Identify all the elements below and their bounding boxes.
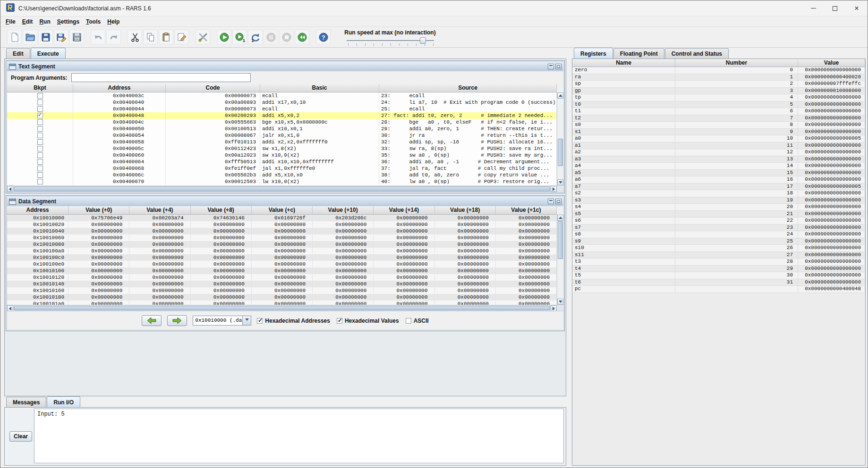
data-value-cell[interactable]: 0x00000000 (129, 274, 190, 281)
data-value-cell[interactable]: 0x00000000 (129, 294, 190, 301)
data-value-cell[interactable]: 0x00000000 (496, 234, 557, 241)
data-value-cell[interactable]: 0x00000000 (313, 294, 374, 301)
menu-settings[interactable]: Settings (54, 17, 83, 26)
reset-button[interactable] (295, 30, 309, 44)
help-button[interactable]: ? (316, 30, 331, 44)
data-value-cell[interactable]: 0x00000000 (129, 254, 190, 261)
breakpoint-checkbox[interactable] (37, 152, 43, 158)
data-value-cell[interactable]: 0x00000000 (129, 248, 190, 254)
tab-messages[interactable]: Messages (6, 397, 46, 408)
breakpoint-checkbox[interactable] (37, 159, 43, 165)
data-value-cell[interactable]: 0x00000000 (435, 267, 496, 274)
data-value-cell[interactable]: 0x00000000 (496, 221, 557, 228)
data-value-cell[interactable]: 0x00000000 (313, 287, 374, 294)
data-value-cell[interactable]: 0x00000000 (129, 287, 190, 294)
data-address-select[interactable]: 0x10010000 (.data) (193, 316, 251, 326)
data-value-cell[interactable]: 0x00000000 (496, 301, 557, 305)
data-value-cell[interactable]: 0x00000000 (435, 228, 496, 234)
data-segment-horizontal-scrollbar[interactable] (7, 305, 557, 311)
menu-tools[interactable]: Tools (83, 17, 104, 26)
data-value-cell[interactable]: 0x00000000 (129, 301, 190, 305)
data-value-cell[interactable]: 0x00000000 (313, 228, 374, 234)
breakpoint-checkbox[interactable] (37, 119, 43, 125)
data-value-cell[interactable]: 0x00000000 (252, 241, 313, 248)
data-value-cell[interactable]: 0x00000000 (435, 287, 496, 294)
copy-button[interactable] (143, 30, 158, 44)
register-value-cell[interactable]: 0x0000000000000005 (798, 184, 865, 190)
close-button[interactable]: × (846, 0, 868, 16)
register-value-cell[interactable]: 0x0000000000000000 (798, 176, 865, 183)
breakpoint-checkbox[interactable] (37, 166, 43, 171)
data-segment-vertical-scrollbar[interactable] (557, 215, 563, 305)
data-value-cell[interactable]: 0x00000000 (435, 254, 496, 261)
data-value-cell[interactable]: 0x00000000 (435, 215, 496, 221)
open-button[interactable] (23, 30, 37, 44)
data-value-cell[interactable]: 0x00000000 (68, 241, 129, 248)
data-value-cell[interactable]: 0x00000000 (129, 221, 190, 228)
minimize-button[interactable] (802, 0, 824, 16)
scrollbar-thumb[interactable] (558, 139, 563, 166)
data-value-cell[interactable]: 0x00000000 (313, 254, 374, 261)
data-value-cell[interactable]: 0x00000000 (68, 248, 129, 254)
data-value-cell[interactable]: 0x00000000 (435, 234, 496, 241)
assemble-button[interactable] (196, 30, 210, 44)
data-value-cell[interactable]: 0x00000000 (129, 267, 190, 274)
data-value-cell[interactable]: 0x00000000 (374, 301, 434, 305)
data-value-cell[interactable]: 0x00000000 (496, 261, 557, 267)
data-value-cell[interactable]: 0x00000000 (68, 287, 129, 294)
maximize-frame-icon[interactable] (555, 199, 562, 204)
register-value-cell[interactable]: 0x0000000000000000 (798, 231, 865, 238)
data-value-cell[interactable]: 0x00000000 (374, 215, 434, 221)
register-value-cell[interactable]: 0x0000000000000000 (798, 245, 865, 251)
register-value-cell[interactable]: 0x0000000000000000 (798, 211, 865, 217)
data-value-cell[interactable]: 0x00000000 (252, 301, 313, 305)
data-value-cell[interactable]: 0x75706e49 (68, 215, 129, 221)
data-value-cell[interactable]: 0x00000000 (496, 281, 557, 287)
breakpoint-checkbox[interactable] (37, 172, 43, 178)
data-value-cell[interactable]: 0x6169726f (252, 215, 313, 221)
register-value-cell[interactable]: 0x0000000010008000 (798, 88, 865, 94)
data-value-cell[interactable]: 0x00000000 (68, 221, 129, 228)
data-value-cell[interactable]: 0x00000000 (129, 234, 190, 241)
data-value-cell[interactable]: 0x00000000 (191, 248, 252, 254)
data-value-cell[interactable]: 0x00000000 (496, 215, 557, 221)
text-segment-horizontal-scrollbar[interactable] (7, 185, 557, 192)
register-value-cell[interactable]: 0x0000000000000000 (798, 156, 865, 163)
register-value-cell[interactable]: 0x0000000000000000 (798, 122, 865, 128)
data-value-cell[interactable]: 0x00000000 (68, 281, 129, 287)
prev-memory-button[interactable] (142, 315, 162, 326)
tab-control-and-status[interactable]: Control and Status (665, 48, 729, 59)
data-value-cell[interactable]: 0x00000000 (252, 248, 313, 254)
data-value-cell[interactable]: 0x00000000 (252, 274, 313, 281)
data-value-cell[interactable]: 0x00000000 (68, 294, 129, 301)
combo-arrow-icon[interactable] (242, 316, 251, 325)
data-value-cell[interactable]: 0x00000000 (191, 281, 252, 287)
save-as-button[interactable] (54, 30, 68, 44)
register-value-cell[interactable]: 0x0000000000000000 (798, 190, 865, 197)
data-value-cell[interactable]: 0x00000000 (191, 228, 252, 234)
option-hexadecimal-values[interactable]: Hexadecimal Values (337, 318, 399, 324)
data-value-cell[interactable]: 0x00000000 (496, 294, 557, 301)
register-value-cell[interactable]: 0x0000000000400020 (798, 74, 865, 81)
data-value-cell[interactable]: 0x00000000 (252, 228, 313, 234)
data-value-cell[interactable]: 0x00000000 (313, 248, 374, 254)
data-value-cell[interactable]: 0x00000000 (252, 281, 313, 287)
data-value-cell[interactable]: 0x00000000 (435, 221, 496, 228)
data-value-cell[interactable]: 0x00000000 (496, 287, 557, 294)
tab-edit[interactable]: Edit (6, 48, 30, 59)
maximize-button[interactable] (824, 0, 846, 16)
data-value-cell[interactable]: 0x00000000 (374, 228, 434, 234)
data-value-cell[interactable]: 0x00000000 (191, 301, 252, 305)
data-value-cell[interactable]: 0x00000000 (191, 261, 252, 267)
data-value-cell[interactable]: 0x00000000 (252, 234, 313, 241)
data-value-cell[interactable]: 0x00000000 (313, 261, 374, 267)
data-value-cell[interactable]: 0x00000000 (252, 221, 313, 228)
save-button[interactable] (38, 30, 53, 44)
data-value-cell[interactable]: 0x00000000 (68, 254, 129, 261)
dump-memory-button[interactable]: 0101 (69, 30, 84, 44)
menu-file[interactable]: File (2, 17, 19, 26)
data-value-cell[interactable]: 0x00000000 (191, 241, 252, 248)
breakpoint-checkbox[interactable] (37, 179, 43, 184)
data-value-cell[interactable]: 0x00000000 (496, 228, 557, 234)
scrollbar-thumb[interactable] (14, 306, 550, 310)
